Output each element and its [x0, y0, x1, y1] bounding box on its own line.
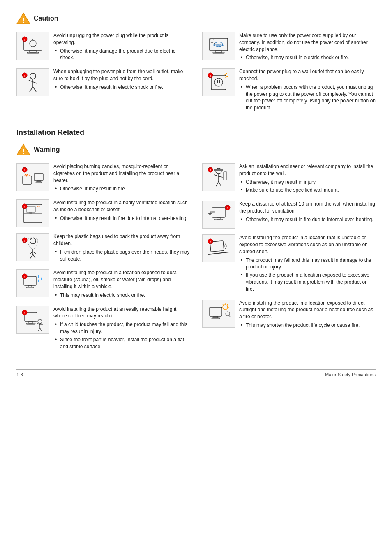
svg-text:!: !: [24, 311, 25, 315]
svg-rect-94: [210, 307, 222, 316]
install-item-candles-text: Avoid placing burning candles, mosquito-…: [53, 163, 190, 194]
svg-point-22: [210, 39, 214, 43]
svg-point-102: [226, 312, 230, 316]
svg-text:!: !: [24, 239, 25, 243]
install-item-engineer: ! Ask an installation engineer or releva…: [202, 163, 376, 195]
caution-warning-icon: !: [16, 12, 30, 25]
svg-rect-26: [217, 80, 218, 83]
installation-right-col: ! Ask an installation engineer or releva…: [202, 163, 376, 357]
engineer-icon: !: [202, 163, 235, 191]
installation-title: Installation Related: [16, 128, 376, 137]
caution-left-col: ! Avoid unplugging the power plug while …: [16, 32, 190, 118]
svg-line-49: [33, 252, 36, 254]
installation-section: Installation Related ! Warning: [16, 128, 376, 357]
install-item-distance: 10cm ! Keep a distance of at least 10 cm…: [202, 201, 376, 229]
svg-text:!: !: [24, 38, 25, 42]
svg-rect-96: [212, 318, 220, 319]
wall-outlet-icon: !: [202, 68, 235, 96]
svg-line-73: [214, 175, 219, 176]
caution-item-power-cord: SAMSUNG Make sure to use only the power …: [202, 32, 376, 62]
svg-line-11: [29, 80, 33, 82]
installation-left-col: ! Avoid placing burning candles, mosquit…: [16, 163, 190, 357]
svg-line-76: [219, 181, 221, 186]
svg-line-12: [33, 82, 37, 83]
wall-unplug-icon: !: [16, 68, 49, 96]
svg-text:!: !: [22, 148, 25, 155]
warning-header: ! Warning: [16, 143, 376, 156]
svg-text:10cm: 10cm: [210, 210, 215, 213]
footer: 1-3 Major Safety Precautions: [16, 369, 376, 377]
svg-line-50: [30, 254, 33, 258]
svg-rect-61: [26, 323, 35, 324]
svg-text:SAMSUNG: SAMSUNG: [213, 44, 224, 46]
caution-title: Caution: [34, 15, 58, 22]
install-item-distance-text: Keep a distance of at least 10 cm from t…: [239, 201, 376, 224]
installation-content: ! Avoid placing burning candles, mosquit…: [16, 163, 376, 357]
children-height-icon: !: [16, 306, 49, 334]
svg-line-66: [38, 328, 40, 331]
install-item-unstable: ! Avoid installing the product in a loca…: [202, 234, 376, 294]
svg-text:!: !: [24, 74, 25, 78]
install-item-engineer-text: Ask an installation engineer or relevant…: [239, 163, 376, 195]
svg-text:!: !: [24, 275, 25, 279]
svg-line-13: [30, 87, 33, 92]
svg-rect-82: [214, 219, 223, 220]
distance-icon: 10cm !: [202, 201, 235, 229]
svg-point-5: [30, 40, 36, 47]
power-plug-icon: !: [16, 32, 49, 60]
caution-item-power-plug: ! Avoid unplugging the power plug while …: [16, 32, 190, 62]
warning-title: Warning: [34, 146, 60, 153]
install-item-sunlight-text: Avoid installing the product in a locati…: [239, 300, 376, 330]
install-item-plastic-bags-text: Keep the plastic bags used to pack the p…: [53, 233, 190, 264]
caution-item-wall-unplug-text: When unplugging the power plug from the …: [53, 68, 190, 92]
svg-text:!: !: [22, 16, 25, 24]
svg-rect-42: [26, 206, 35, 212]
caution-header: ! Caution: [16, 12, 376, 25]
bookshelf-icon: !: [16, 199, 49, 227]
install-item-children: ! Avoid installing the product at an eas…: [16, 306, 190, 352]
svg-line-14: [33, 87, 36, 92]
install-item-unstable-text: Avoid installing the product in a locati…: [239, 234, 376, 294]
unstable-icon: !: [202, 234, 235, 262]
install-item-dust-text: Avoid installing the product in a locati…: [53, 269, 190, 300]
install-item-bookshelf-text: Avoid installing the product in a badly-…: [53, 199, 190, 223]
svg-rect-34: [23, 176, 32, 184]
svg-text:!: !: [24, 205, 25, 209]
svg-rect-27: [219, 80, 220, 83]
svg-text:!: !: [227, 206, 228, 210]
install-item-children-text: Avoid installing the product at an easil…: [53, 306, 190, 352]
svg-line-51: [33, 254, 35, 258]
svg-rect-37: [36, 182, 42, 183]
svg-point-97: [223, 305, 228, 310]
svg-line-91: [208, 252, 229, 254]
svg-text:!: !: [24, 169, 25, 172]
dust-icon: !: [16, 269, 49, 297]
warning-icon: !: [16, 143, 30, 156]
svg-line-48: [30, 252, 33, 254]
svg-line-74: [219, 176, 223, 177]
install-item-candles: ! Avoid placing burning candles, mosquit…: [16, 163, 190, 194]
svg-rect-56: [26, 287, 34, 288]
section-name: Major Safety Precautions: [325, 372, 376, 377]
svg-point-25: [214, 78, 223, 86]
candles-icon: !: [16, 163, 49, 191]
install-item-sunlight: Avoid installing the product in a locati…: [202, 300, 376, 330]
svg-line-67: [40, 328, 42, 331]
sunlight-icon: [202, 300, 235, 328]
caution-item-power-plug-text: Avoid unplugging the power plug while th…: [53, 32, 190, 62]
svg-line-101: [223, 304, 224, 305]
svg-point-62: [38, 319, 42, 324]
svg-line-75: [216, 181, 219, 186]
svg-text:!: !: [210, 74, 211, 78]
svg-line-31: [225, 76, 228, 77]
install-item-plastic-bags: ! Keep the plastic bags used to pack the…: [16, 233, 190, 264]
power-cord-icon: SAMSUNG: [202, 32, 235, 60]
install-item-dust: ! Avoid installing the product in a loca…: [16, 269, 190, 300]
svg-rect-19: [213, 52, 224, 53]
svg-text:!: !: [210, 240, 211, 244]
caution-right-col: SAMSUNG Make sure to use only the power …: [202, 32, 376, 118]
svg-text:!: !: [210, 169, 211, 172]
svg-point-9: [30, 73, 36, 79]
caution-item-wall-unplug: ! When unplugging the power plug from th…: [16, 68, 190, 96]
svg-rect-43: [30, 212, 32, 213]
